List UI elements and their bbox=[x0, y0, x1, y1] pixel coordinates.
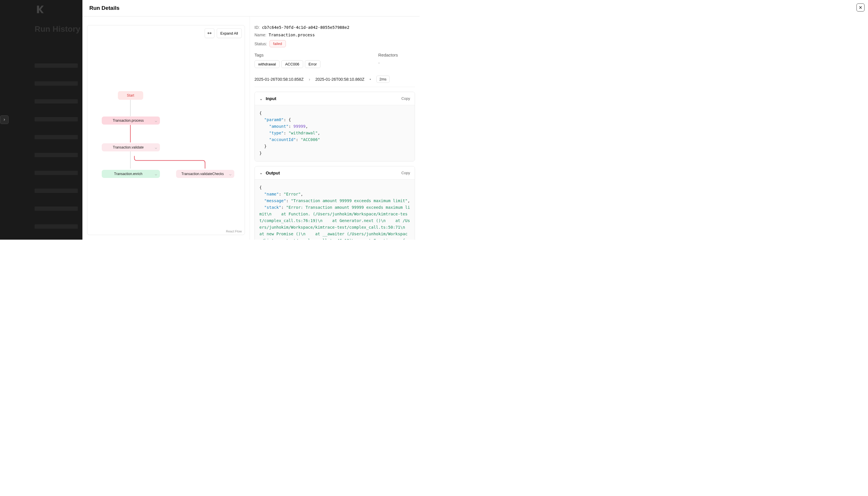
output-header[interactable]: ⌄ Output Copy bbox=[255, 166, 415, 180]
chevron-down-icon: ⌄ bbox=[259, 170, 263, 175]
tag: Error bbox=[305, 60, 321, 68]
redactors-value: - bbox=[378, 60, 398, 65]
history-rows-bg bbox=[35, 63, 82, 239]
time-row: 2025-01-26T00:58:10.858Z › 2025-01-26T00… bbox=[255, 72, 415, 87]
flow-panel: Expand All Start Transaction.process ⌵ bbox=[82, 16, 250, 239]
details-panel: ID: cb7c64e5-70fd-4c1d-a042-8055e57988e2… bbox=[250, 16, 420, 239]
id-label: ID: bbox=[255, 25, 260, 30]
output-code: { "name": "Error", "message": "Transacti… bbox=[255, 180, 415, 239]
chevron-down-icon: ⌵ bbox=[155, 172, 157, 176]
redactors-col: Redactors - bbox=[378, 52, 398, 68]
start-time: 2025-01-26T00:58:10.858Z bbox=[255, 77, 303, 82]
output-title: Output bbox=[266, 170, 280, 175]
arrow-icon: › bbox=[309, 77, 310, 82]
chevron-down-icon: ⌵ bbox=[155, 145, 157, 150]
copy-input-button[interactable]: Copy bbox=[401, 96, 410, 100]
status-badge: failed bbox=[270, 40, 286, 47]
redactors-label: Redactors bbox=[378, 52, 398, 57]
flow-canvas[interactable]: Expand All Start Transaction.process ⌵ bbox=[87, 25, 245, 235]
name-row: Name: Transaction.process bbox=[255, 33, 415, 37]
tags-label: Tags bbox=[255, 52, 320, 57]
input-code: { "param0": { "amount": 99999, "type": "… bbox=[255, 105, 415, 161]
swap-button[interactable] bbox=[205, 28, 214, 38]
modal-body: Expand All Start Transaction.process ⌵ bbox=[82, 16, 420, 239]
modal-title: Run Details bbox=[89, 5, 119, 11]
tag: ACC006 bbox=[281, 60, 303, 68]
expand-all-button[interactable]: Expand All bbox=[217, 28, 242, 38]
tag: withdrawal bbox=[255, 60, 279, 68]
dot-separator: • bbox=[370, 77, 371, 82]
status-label: Status: bbox=[255, 42, 267, 46]
flow-node-validate-checks[interactable]: Transaction.validateChecks ⌵ bbox=[176, 170, 234, 178]
run-details-modal: Run Details Expand All bbox=[82, 0, 420, 239]
flow-node-start[interactable]: Start bbox=[118, 91, 143, 100]
page-backdrop: Run History bbox=[0, 0, 82, 239]
input-header[interactable]: ⌄ Input Copy bbox=[255, 92, 415, 105]
flow-toolbar: Expand All bbox=[205, 28, 242, 38]
flow-node-enrich[interactable]: Transaction.enrich ⌵ bbox=[102, 170, 160, 178]
name-label: Name: bbox=[255, 33, 266, 37]
id-value: cb7c64e5-70fd-4c1d-a042-8055e57988e2 bbox=[262, 25, 349, 30]
input-title: Input bbox=[266, 96, 276, 101]
flow-node-validate[interactable]: Transaction.validate ⌵ bbox=[102, 143, 160, 151]
duration-badge: 2ms bbox=[376, 76, 390, 83]
status-row: Status: failed bbox=[255, 40, 415, 47]
tags-col: Tags withdrawal ACC006 Error bbox=[255, 52, 320, 68]
input-section: ⌄ Input Copy { "param0": { "amount": 999… bbox=[255, 92, 415, 161]
copy-output-button[interactable]: Copy bbox=[401, 171, 410, 175]
swap-icon bbox=[207, 31, 212, 35]
flow-node-process[interactable]: Transaction.process ⌵ bbox=[102, 117, 160, 125]
modal-header: Run Details bbox=[82, 0, 420, 16]
output-section: ⌄ Output Copy { "name": "Error", "messag… bbox=[255, 166, 415, 239]
flow-attribution: React Flow bbox=[226, 230, 242, 233]
name-value: Transaction.process bbox=[269, 33, 315, 37]
chevron-down-icon: ⌄ bbox=[259, 96, 263, 101]
chevron-down-icon: ⌵ bbox=[155, 118, 157, 123]
end-time: 2025-01-26T00:58:10.860Z bbox=[315, 77, 364, 82]
tags-redactors-row: Tags withdrawal ACC006 Error Redactors - bbox=[255, 52, 415, 68]
tag-list: withdrawal ACC006 Error bbox=[255, 60, 320, 68]
sidebar-expand-button[interactable] bbox=[0, 115, 9, 124]
id-row: ID: cb7c64e5-70fd-4c1d-a042-8055e57988e2 bbox=[255, 25, 415, 30]
app-logo bbox=[35, 4, 46, 14]
chevron-down-icon: ⌵ bbox=[229, 172, 231, 176]
page-title-bg: Run History bbox=[35, 25, 80, 34]
